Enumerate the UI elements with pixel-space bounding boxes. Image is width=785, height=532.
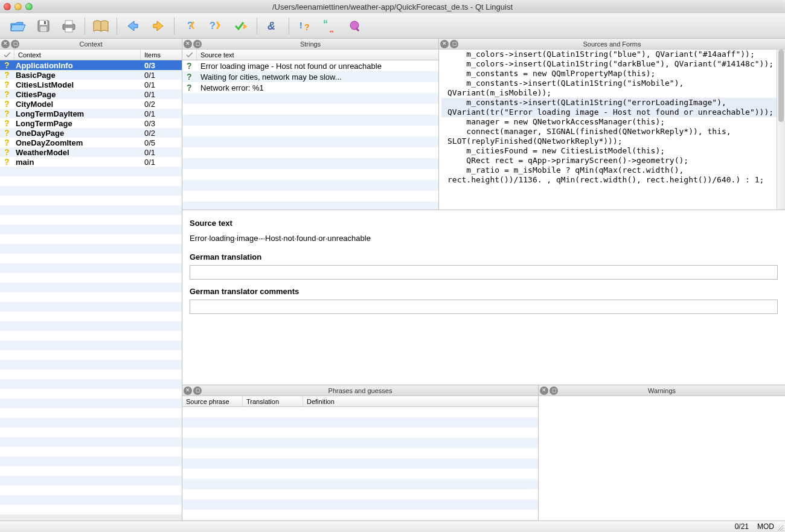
close-panel-icon[interactable]: ✕: [440, 40, 449, 48]
context-count: 0/5: [141, 138, 182, 147]
done-next-button[interactable]: [229, 16, 253, 36]
items-col-header[interactable]: Items: [141, 50, 182, 60]
string-row[interactable]: ?Error loading image - Host not found or…: [182, 60, 438, 71]
phrases-list[interactable]: [182, 407, 538, 521]
save-button[interactable]: [31, 16, 56, 36]
detach-panel-icon[interactable]: ◻: [450, 40, 458, 48]
translation-col[interactable]: Translation: [243, 396, 303, 406]
comments-input[interactable]: [190, 300, 778, 314]
source-text-label: Source text: [190, 219, 778, 228]
question-icon: ?: [0, 119, 14, 127]
context-list[interactable]: ?ApplicationInfo0/3?BasicPage0/1?CitiesL…: [0, 60, 182, 521]
svg-rect-1: [40, 21, 47, 25]
context-row[interactable]: ?LongTermDayItem0/1: [0, 109, 182, 118]
strings-list[interactable]: ?Error loading image - Host not found or…: [182, 60, 438, 210]
source-code[interactable]: m_colors->insert(QLatin1String("blue"), …: [439, 50, 785, 210]
svg-text:&: &: [268, 20, 275, 32]
context-row[interactable]: ?OneDayZoomItem0/5: [0, 138, 182, 147]
context-count: 0/2: [141, 129, 182, 138]
status-col-header[interactable]: [182, 50, 197, 60]
code-line: manager = new QNetworkAccessManager(this…: [441, 117, 783, 127]
code-line: m_constants->insert(QLatin1String("isMob…: [441, 79, 783, 98]
question-icon: ?: [182, 83, 197, 92]
forward-button[interactable]: [146, 16, 170, 36]
question-icon: ?: [0, 100, 14, 108]
context-row[interactable]: ?LongTermPage0/3: [0, 118, 182, 128]
svg-text:!: !: [300, 21, 303, 30]
string-row[interactable]: ?Network error: %1: [182, 82, 438, 93]
close-window-icon[interactable]: [4, 3, 11, 10]
punctuation-button[interactable]: “„: [318, 16, 342, 36]
print-button[interactable]: [57, 16, 81, 36]
string-row[interactable]: ?Waiting for cities, network may be slow…: [182, 71, 438, 82]
code-line: QRect rect = qApp->primaryScreen()->geom…: [441, 156, 783, 165]
next-unfinished-button[interactable]: ?: [203, 16, 228, 36]
question-icon: ?: [0, 90, 14, 98]
translation-form: Source text Error·loading·image·-·Host·n…: [182, 210, 785, 385]
svg-rect-6: [65, 28, 72, 32]
zoom-window-icon[interactable]: [25, 3, 33, 10]
validation-button[interactable]: !?: [293, 16, 317, 36]
back-button[interactable]: [121, 16, 145, 36]
context-column-header: Context Items: [0, 50, 182, 60]
open-button[interactable]: [6, 16, 30, 36]
source-scrollbar[interactable]: [777, 50, 785, 210]
source-col-header[interactable]: Source text: [197, 50, 438, 60]
svg-text:?: ?: [4, 119, 10, 127]
context-name: ApplicationInfo: [14, 61, 141, 70]
svg-text:?: ?: [187, 83, 192, 92]
context-name: BasicPage: [14, 71, 141, 80]
phrases-panel-header: ✕ ◻ Phrases and guesses: [182, 385, 538, 396]
context-row[interactable]: ?OneDayPage0/2: [0, 128, 182, 138]
code-line: m_constants->insert(QLatin1String("error…: [441, 98, 783, 117]
find-replace-button[interactable]: &: [261, 16, 285, 36]
context-row[interactable]: ?BasicPage0/1: [0, 70, 182, 80]
svg-text:?: ?: [4, 129, 10, 137]
close-panel-icon[interactable]: ✕: [184, 386, 192, 395]
context-count: 0/1: [141, 71, 182, 80]
scrollthumb[interactable]: [778, 50, 784, 122]
detach-panel-icon[interactable]: ◻: [11, 40, 19, 48]
svg-rect-5: [65, 21, 72, 25]
prev-unfinished-button[interactable]: ?: [178, 16, 202, 36]
question-icon: ?: [182, 62, 197, 70]
resize-grip-icon[interactable]: [777, 524, 784, 531]
translation-input[interactable]: [190, 265, 778, 280]
svg-line-31: [778, 525, 783, 531]
close-panel-icon[interactable]: ✕: [184, 40, 192, 48]
context-name: LongTermDayItem: [14, 109, 141, 118]
source-phrase-col[interactable]: Source phrase: [182, 396, 243, 406]
question-icon: ?: [0, 109, 14, 118]
window-controls: [4, 3, 33, 10]
context-name: LongTermPage: [14, 119, 141, 128]
svg-text:„: „: [329, 24, 334, 33]
context-row[interactable]: ?CitiesListModel0/1: [0, 80, 182, 89]
context-count: 0/1: [141, 90, 182, 99]
phrasebook-button[interactable]: [89, 16, 113, 36]
context-row[interactable]: ?ApplicationInfo0/3: [0, 60, 182, 70]
definition-col[interactable]: Definition: [303, 396, 538, 406]
close-panel-icon[interactable]: ✕: [540, 386, 548, 395]
svg-text:?: ?: [4, 158, 10, 166]
context-name: OneDayZoomItem: [14, 138, 141, 147]
context-name: CityModel: [14, 100, 141, 109]
context-row[interactable]: ?CityModel0/2: [0, 99, 182, 109]
window-title: /Users/leenamiettinen/weather-app/QuickF…: [0, 2, 785, 11]
detach-panel-icon[interactable]: ◻: [193, 386, 202, 395]
code-line: m_colors->insert(QLatin1String("darkBlue…: [441, 59, 783, 69]
source-text-value: Error·loading·image·-·Host·not·found·or·…: [190, 231, 778, 249]
minimize-window-icon[interactable]: [14, 3, 22, 10]
context-row[interactable]: ?main0/1: [0, 157, 182, 167]
context-row[interactable]: ?WeatherModel0/1: [0, 147, 182, 157]
close-panel-icon[interactable]: ✕: [1, 40, 10, 48]
question-icon: ?: [0, 138, 14, 147]
detach-panel-icon[interactable]: ◻: [193, 40, 202, 48]
detach-panel-icon[interactable]: ◻: [550, 386, 558, 395]
code-line: m_ratio = m_isMobile ? qMin(qMax(rect.wi…: [441, 165, 783, 185]
status-bar: 0/21 MOD: [0, 521, 785, 532]
whats-this-button[interactable]: [344, 16, 368, 36]
status-col-header[interactable]: [0, 50, 14, 60]
warnings-panel: ✕ ◻ Warnings: [539, 385, 785, 521]
context-col-header[interactable]: Context: [14, 50, 141, 60]
context-row[interactable]: ?CitiesPage0/1: [0, 89, 182, 99]
